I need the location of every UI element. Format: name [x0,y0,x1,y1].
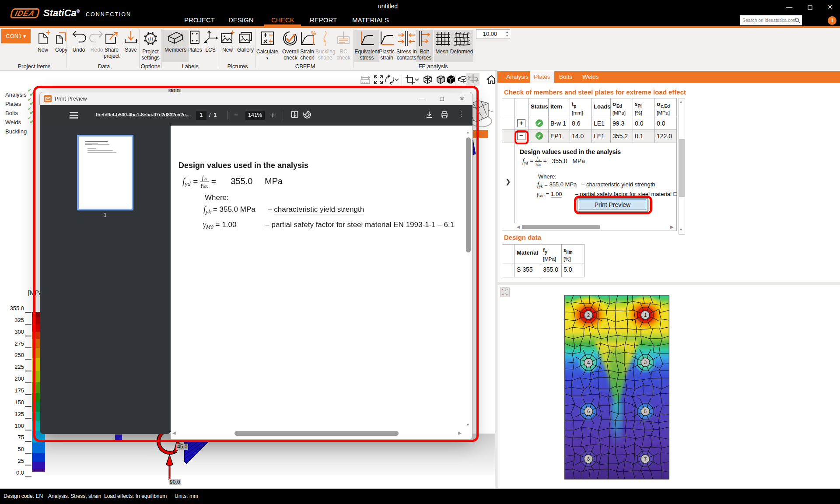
svg-text:8: 8 [587,456,590,462]
svg-text:1: 1 [644,312,647,318]
svg-text:7: 7 [644,456,647,462]
svg-text:6: 6 [587,409,590,414]
svg-text:2: 2 [587,312,590,318]
svg-text:5: 5 [644,409,647,414]
svg-text:⟨/⟩: ⟨/⟩ [148,36,154,42]
svg-text:3: 3 [644,360,647,365]
svg-text:4: 4 [587,360,590,365]
